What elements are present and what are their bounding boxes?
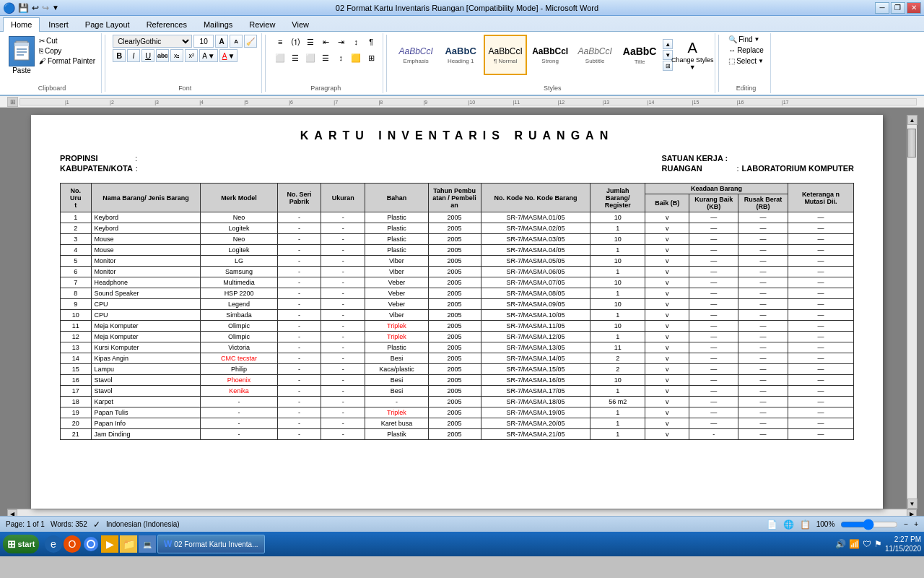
multilevel-button[interactable]: ☰ (303, 35, 318, 49)
network-icon[interactable]: 🔊 (835, 539, 846, 549)
line-spacing-button[interactable]: ↕ (334, 51, 348, 65)
flag-icon[interactable]: ⚑ (874, 539, 882, 549)
tab-references[interactable]: References (139, 17, 195, 31)
find-button[interactable]: 🔍 Find ▼ (726, 35, 762, 44)
horizontal-track[interactable] (17, 510, 907, 517)
strikethrough-button[interactable]: abc (156, 49, 169, 62)
strong-preview: AaBbCcI (532, 46, 568, 56)
cell-nama: Keybord (91, 223, 201, 234)
style-title[interactable]: AaBbC Title (618, 35, 661, 75)
cell-rb: — (738, 429, 788, 440)
italic-button[interactable]: I (127, 49, 140, 62)
scroll-left-button[interactable]: ◀ (7, 509, 17, 517)
scroll-down-button[interactable]: ▼ (907, 499, 918, 509)
font-name-select[interactable]: ClearlyGothic (113, 35, 192, 48)
format-painter-button[interactable]: 🖌 Format Painter (38, 56, 97, 66)
font-size-input[interactable] (193, 35, 214, 48)
start-button[interactable]: ⊞ start (3, 535, 39, 553)
close-button[interactable]: ✕ (907, 2, 921, 14)
underline-button[interactable]: U (141, 49, 154, 62)
spell-icon: ✓ (93, 519, 100, 530)
tab-home[interactable]: Home (3, 17, 40, 32)
style-emphasis[interactable]: AaBbCcI Emphasis (394, 35, 437, 75)
clear-format-button[interactable]: 🧹 (244, 35, 257, 48)
minimize-button[interactable]: ─ (875, 2, 889, 14)
select-button[interactable]: ⬚ Select ▼ (726, 56, 766, 66)
quick-more[interactable]: ▼ (52, 4, 59, 12)
shading-button[interactable]: 🟨 (349, 51, 363, 65)
change-styles-button[interactable]: A Change Styles ▼ (674, 38, 710, 72)
show-para-button[interactable]: ¶ (364, 35, 378, 49)
decrease-font-button[interactable]: A (230, 35, 243, 48)
svg-rect-5 (17, 54, 24, 56)
scroll-up-button[interactable]: ▲ (907, 115, 918, 125)
increase-font-button[interactable]: A (215, 35, 228, 48)
bullets-button[interactable]: ≡ (273, 35, 287, 49)
tab-mailings[interactable]: Mailings (196, 17, 240, 31)
cell-bahan: Plastic (365, 234, 428, 245)
scroll-thumb[interactable] (907, 129, 916, 158)
volume-icon[interactable]: 📶 (849, 539, 860, 549)
tab-review[interactable]: Review (241, 17, 283, 31)
document[interactable]: KARTU INVENTARIS RUANGAN PROPINSI : KABU… (31, 115, 883, 509)
vertical-scrollbar[interactable]: ▲ ▼ (907, 115, 917, 509)
cell-kode: SR-7/MASMA.16/05 (481, 375, 590, 386)
increase-indent-button[interactable]: ⇥ (334, 35, 348, 49)
quick-undo[interactable]: ↩ (32, 3, 39, 13)
cell-nama: Jam Dinding (91, 429, 201, 440)
emphasis-label: Emphasis (404, 58, 429, 64)
replace-button[interactable]: ↔ Replace (726, 46, 766, 55)
folder-icon[interactable]: 📁 (120, 535, 137, 553)
cell-kb: — (689, 299, 738, 310)
align-left-button[interactable]: ⬜ (273, 51, 287, 65)
justify-button[interactable]: ☰ (318, 51, 333, 65)
tab-view[interactable]: View (284, 17, 317, 31)
style-heading1[interactable]: AaBbC Heading 1 (439, 35, 482, 75)
antivirus-icon[interactable]: 🛡 (863, 539, 871, 549)
zoom-slider[interactable] (840, 520, 898, 529)
active-window-button[interactable]: W 02 Format Kartu Inventa... (157, 535, 265, 553)
paste-button[interactable]: Paste (7, 35, 36, 76)
view-normal-icon[interactable]: 📄 (767, 519, 777, 530)
view-outline-icon[interactable]: 📋 (800, 519, 811, 530)
explorer-icon[interactable]: 💻 (139, 535, 156, 553)
style-subtitle[interactable]: AaBbCcI Subtitle (573, 35, 616, 75)
subscript-button[interactable]: x₂ (170, 49, 183, 62)
align-right-button[interactable]: ⬜ (303, 51, 318, 65)
styles-scroll: ▲ ▼ ⊞ (663, 39, 673, 71)
quick-save[interactable]: 💾 (18, 3, 29, 13)
chrome-icon[interactable] (82, 535, 100, 553)
scroll-right-button[interactable]: ▶ (907, 509, 917, 517)
style-normal[interactable]: AaBbCcI ¶ Normal (484, 35, 527, 75)
status-left: Page: 1 of 1 Words: 352 ✓ Indonesian (In… (6, 519, 180, 530)
sort-button[interactable]: ↕ (349, 35, 363, 49)
tab-pagelayout[interactable]: Page Layout (77, 17, 138, 31)
highlight-color-button[interactable]: A ▼ (199, 49, 218, 62)
quick-redo[interactable]: ↪ (42, 3, 49, 13)
media-icon[interactable]: ▶ (101, 535, 118, 553)
zoom-minus[interactable]: − (904, 520, 908, 528)
horizontal-scrollbar[interactable]: ◀ ▶ (7, 509, 917, 516)
zoom-plus[interactable]: + (914, 520, 918, 528)
ruler-mark: |1 (65, 100, 69, 105)
styles-scroll-up[interactable]: ▲ (663, 39, 673, 49)
copy-button[interactable]: ⎘ Copy (38, 46, 97, 56)
superscript-button[interactable]: x² (185, 49, 198, 62)
cut-button[interactable]: ✂ Cut (38, 36, 97, 46)
ruler-icon[interactable]: ⊞ (7, 97, 18, 107)
scroll-track[interactable] (907, 125, 917, 499)
decrease-indent-button[interactable]: ⇤ (318, 35, 333, 49)
border-button[interactable]: ⊞ (364, 51, 378, 65)
align-center-button[interactable]: ☰ (288, 51, 302, 65)
numbering-button[interactable]: ⑴ (288, 35, 302, 49)
svg-point-8 (88, 541, 94, 547)
restore-button[interactable]: ❐ (891, 2, 905, 14)
cell-no: 7 (61, 277, 92, 288)
font-color-button[interactable]: A ▼ (219, 49, 238, 62)
bold-button[interactable]: B (113, 49, 126, 62)
view-web-icon[interactable]: 🌐 (783, 519, 794, 530)
style-strong[interactable]: AaBbCcI Strong (528, 35, 572, 75)
ie-icon[interactable]: e (45, 535, 62, 553)
tab-insert[interactable]: Insert (40, 17, 77, 31)
browser-icon[interactable]: O (64, 535, 81, 553)
